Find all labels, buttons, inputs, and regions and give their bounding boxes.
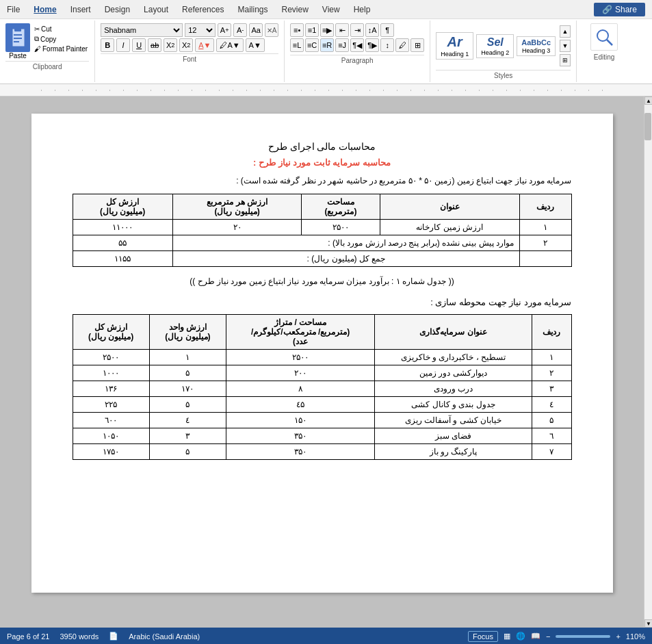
align-right-button[interactable]: ≡R [320, 38, 334, 52]
tab-mailings[interactable]: Mailings [237, 5, 268, 14]
table-row: ۲ دیوارکشی دور زمین ۲۰۰ ۵ ۱۰۰۰ [73, 365, 571, 381]
clear-format-button[interactable]: ✕A [265, 23, 278, 37]
table2: ردیف عنوان سرمایه‌گذاری مساحت / متراژ(مت… [73, 314, 572, 460]
table-row: ۷ پارکینگ رو باز ۳۵۰ ۵ ۱۷۵۰ [73, 444, 571, 460]
align-center-button[interactable]: ≡C [305, 38, 319, 52]
editing-icon [590, 23, 618, 51]
page-info: Page 6 of 21 [7, 632, 49, 641]
underline-button[interactable]: U [132, 38, 146, 52]
font-shrink-button[interactable]: A- [233, 23, 247, 37]
document-page: محاسبات مالی اجرای طرح محاسبه سرمایه ثاب… [31, 114, 613, 593]
styles-group: Ar Heading 1 Sel Heading 2 AaBbCc Headin… [430, 21, 577, 82]
table-row: ٤ جدول بندی و کانال کشی ٤۵ ۵ ۲۲۵ [73, 397, 571, 413]
zoom-level: 110% [626, 632, 645, 641]
highlight-button[interactable]: 🖊A▼ [216, 38, 243, 52]
multilevel-button[interactable]: ≡▶ [320, 23, 334, 37]
tab-file[interactable]: File [7, 5, 20, 14]
view-layout-icon[interactable]: ▦ [504, 632, 510, 641]
section2-title: سرمایه مورد نیاز جهت محوطه سازی : [73, 297, 572, 307]
view-read-icon[interactable]: 📖 [531, 632, 540, 641]
document-intro: سرمایه مورد نیاز جهت ابتیاع زمین (زمین ۵… [73, 176, 572, 185]
tab-home[interactable]: Home [34, 5, 56, 14]
copy-button[interactable]: ⧉ Copy [33, 34, 89, 44]
tab-references[interactable]: References [182, 5, 224, 14]
borders-button[interactable]: ⊞ [410, 38, 424, 52]
change-case-button[interactable]: Aa [249, 23, 263, 37]
table1-header-4: ارزش کل(میلیون ریال) [73, 194, 172, 220]
svg-rect-4 [14, 41, 19, 42]
font-size-select[interactable]: 12 [185, 23, 216, 37]
tab-design[interactable]: Design [105, 5, 130, 14]
format-painter-button[interactable]: 🖌 Format Painter [33, 44, 89, 53]
increase-indent-button[interactable]: ⇥ [350, 23, 364, 37]
styles-more-button[interactable]: ⊞ [560, 54, 571, 66]
zoom-out-button[interactable]: − [546, 632, 550, 641]
align-left-button[interactable]: ≡L [290, 38, 304, 52]
svg-rect-1 [14, 26, 21, 31]
tab-layout[interactable]: Layout [144, 5, 168, 14]
document-scroll-area[interactable]: محاسبات مالی اجرای طرح محاسبه سرمایه ثاب… [0, 96, 644, 628]
styles-scroll-down[interactable]: ▼ [560, 40, 571, 52]
svg-point-5 [597, 30, 608, 41]
font-group: Shabnam 12 A+ A- Aa ✕A B I U ab X2 X2 A▼… [95, 21, 285, 82]
paste-button[interactable]: Paste [5, 23, 30, 60]
table2-header-0: ردیف [532, 315, 571, 350]
cut-button[interactable]: ✂ Cut [33, 25, 89, 34]
zoom-in-button[interactable]: + [616, 632, 620, 641]
decrease-indent-button[interactable]: ⇤ [335, 23, 349, 37]
main-area: محاسبات مالی اجرای طرح محاسبه سرمایه ثاب… [0, 96, 652, 628]
subscript-button[interactable]: X2 [164, 38, 177, 52]
rtl-button[interactable]: ¶◀ [350, 38, 364, 52]
vertical-scrollbar[interactable]: ▲ ▼ [644, 96, 652, 628]
heading2-style[interactable]: Sel Heading 2 [476, 34, 514, 58]
table-row: ۱ تسطیح ، خاکبرداری و خاکریزی ۲۵۰۰ ۱ ۲۵۰… [73, 350, 571, 365]
styles-scroll-up[interactable]: ▲ [560, 25, 571, 38]
tab-help[interactable]: Help [354, 5, 371, 14]
svg-rect-3 [14, 38, 22, 39]
table1-header-1: عنوان [380, 194, 519, 220]
table-row: ۱ ارزش زمین کارخانه ۲۵۰۰ ۲۰ ۱۱۰۰۰ [73, 220, 571, 235]
scroll-thumb[interactable] [644, 113, 651, 140]
editing-group: Editing [577, 21, 631, 82]
bold-button[interactable]: B [101, 38, 114, 52]
styles-scroll: ▲ ▼ ⊞ [560, 25, 571, 66]
tab-view[interactable]: View [322, 5, 340, 14]
numbering-button[interactable]: ≡1 [305, 23, 319, 37]
clipboard-group: Paste ✂ Cut ⧉ Copy 🖌 Format Painter Clip… [0, 21, 95, 82]
heading3-style[interactable]: AaBbCc Heading 3 [517, 36, 556, 56]
bullets-button[interactable]: ≡• [290, 23, 304, 37]
tab-insert[interactable]: Insert [70, 5, 91, 14]
shading-button[interactable]: 🖊 [395, 38, 409, 52]
table1-header-0: ردیف [519, 194, 571, 220]
ltr-button[interactable]: ¶▶ [365, 38, 379, 52]
focus-label[interactable]: Focus [468, 631, 498, 642]
ribbon-content: Paste ✂ Cut ⧉ Copy 🖌 Format Painter Clip… [0, 19, 652, 84]
heading1-style[interactable]: Ar Heading 1 [436, 32, 473, 60]
italic-button[interactable]: I [116, 38, 130, 52]
superscript-button[interactable]: X2 [179, 38, 193, 52]
sort-button[interactable]: ↕A [365, 23, 379, 37]
scroll-down-arrow[interactable]: ▼ [644, 619, 652, 628]
font-name-select[interactable]: Shabnam [101, 23, 183, 37]
scroll-up-arrow[interactable]: ▲ [644, 96, 652, 105]
table1-caption: (( جدول شماره ۱ : برآورد میزان سرمایه مو… [73, 276, 572, 286]
zoom-slider[interactable] [556, 635, 610, 638]
svg-rect-2 [14, 34, 22, 36]
strikethrough-button[interactable]: ab [148, 38, 161, 52]
word-count: 3950 words [60, 632, 99, 641]
line-spacing-button[interactable]: ↕ [380, 38, 394, 52]
paragraph-group: ≡• ≡1 ≡▶ ⇤ ⇥ ↕A ¶ ≡L ≡C ≡R ≡J ¶◀ ¶▶ ↕ 🖊 … [285, 21, 430, 82]
doc-check-icon: 📄 [109, 632, 118, 641]
show-hide-button[interactable]: ¶ [380, 23, 394, 37]
table-row: ٦ فضای سبز ۳۵۰ ۳ ۱۰۵۰ [73, 428, 571, 444]
clipboard-label: Clipboard [5, 61, 89, 70]
justify-button[interactable]: ≡J [335, 38, 349, 52]
tab-review[interactable]: Review [281, 5, 308, 14]
font-grow-button[interactable]: A+ [218, 23, 231, 37]
text-effects-button[interactable]: A▼ [246, 38, 265, 52]
font-color-button[interactable]: A▼ [195, 38, 214, 52]
copy-icon: ⧉ [34, 35, 39, 43]
table-row: جمع کل (میلیون ریال) : ۱۱۵۵ [73, 251, 571, 267]
share-button[interactable]: 🔗 Share [594, 3, 645, 16]
view-web-icon[interactable]: 🌐 [516, 632, 525, 641]
